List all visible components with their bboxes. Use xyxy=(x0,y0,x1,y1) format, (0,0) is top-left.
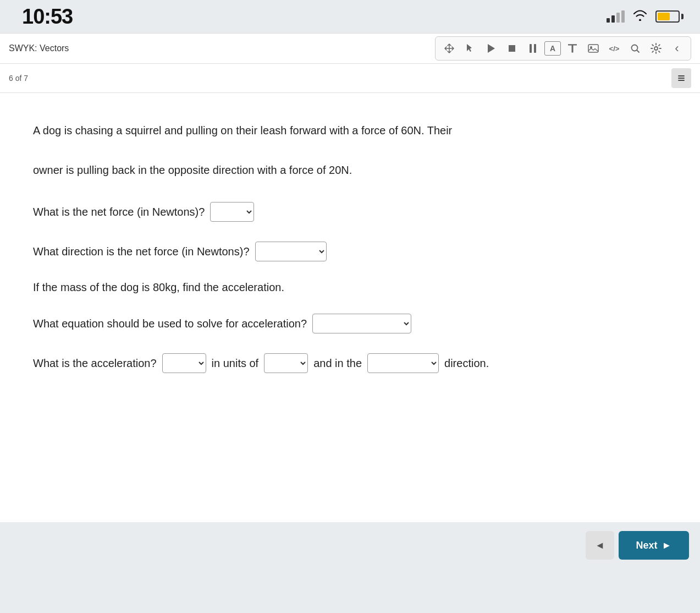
translate-button[interactable]: A xyxy=(544,41,561,56)
settings-button[interactable] xyxy=(647,39,665,58)
pointer-tool-button[interactable] xyxy=(461,39,479,58)
svg-rect-0 xyxy=(509,45,515,52)
svg-rect-2 xyxy=(534,44,536,53)
q5-label-before: What is the acceleration? xyxy=(33,357,157,370)
q5-direction-dropdown[interactable]: forward backward xyxy=(367,353,439,373)
book-button[interactable] xyxy=(563,39,582,58)
q5-units-dropdown[interactable]: m/s² N xyxy=(264,353,308,373)
top-bar: SWYK: Vectors A </> ‹ xyxy=(0,33,700,64)
stop-button[interactable] xyxy=(503,39,521,58)
svg-rect-3 xyxy=(588,45,598,52)
q5-label-after: direction. xyxy=(444,357,489,370)
q5-label-mid2: and in the xyxy=(313,357,362,370)
q1-label: What is the net force (in Newtons)? xyxy=(33,206,205,218)
q5-label-mid1: in units of xyxy=(212,357,259,370)
svg-point-6 xyxy=(654,47,658,50)
status-bar: 10:53 xyxy=(0,0,700,33)
image-button[interactable] xyxy=(584,39,603,58)
battery-icon xyxy=(655,10,684,23)
question-text-line1: A dog is chasing a squirrel and pulling … xyxy=(33,124,452,136)
q4-dropdown[interactable]: a = F/m F = ma xyxy=(312,314,411,333)
question-text-line2: owner is pulling back in the opposite di… xyxy=(33,164,352,176)
q5-acceleration-dropdown[interactable]: 0.5 1 xyxy=(162,353,206,373)
svg-rect-1 xyxy=(530,44,532,53)
q1-dropdown[interactable]: 40 80 xyxy=(210,202,254,222)
question-row-4: What equation should be used to solve fo… xyxy=(33,314,667,333)
code-button[interactable]: </> xyxy=(605,39,624,58)
question-row-5: What is the acceleration? 0.5 1 in units… xyxy=(33,353,667,373)
list-view-button[interactable] xyxy=(671,68,691,88)
next-label: Next xyxy=(636,540,658,551)
bottom-nav: ◄ Next ► xyxy=(0,522,700,568)
status-icons xyxy=(607,9,684,24)
question-row-2: What direction is the net force (in Newt… xyxy=(33,242,667,261)
toolbar: A </> ‹ xyxy=(435,36,691,61)
lesson-title: SWYK: Vectors xyxy=(9,43,86,53)
move-tool-button[interactable] xyxy=(440,39,459,58)
question-card: A dog is chasing a squirrel and pulling … xyxy=(0,93,700,522)
q4-label: What equation should be used to solve fo… xyxy=(33,318,307,330)
question-paragraph: A dog is chasing a squirrel and pulling … xyxy=(33,121,667,180)
q2-dropdown[interactable]: forward backward xyxy=(255,242,327,261)
status-time: 10:53 xyxy=(22,5,73,29)
signal-icon xyxy=(607,10,625,23)
question-row-3: If the mass of the dog is 80kg, find the… xyxy=(33,281,667,294)
prev-button[interactable]: ◄ xyxy=(586,531,614,560)
search-button[interactable] xyxy=(626,39,644,58)
next-button[interactable]: Next ► xyxy=(619,531,689,560)
progress-area: 6 of 7 xyxy=(0,64,700,93)
question-row-1: What is the net force (in Newtons)? 40 8… xyxy=(33,202,667,222)
progress-text: 6 of 7 xyxy=(9,74,28,83)
prev-arrow-icon: ◄ xyxy=(595,540,605,551)
play-button[interactable] xyxy=(482,39,500,58)
q3-label: If the mass of the dog is 80kg, find the… xyxy=(33,281,284,294)
next-arrow-icon: ► xyxy=(662,540,672,551)
q2-label: What direction is the net force (in Newt… xyxy=(33,245,250,258)
wifi-icon xyxy=(632,9,648,24)
back-button[interactable]: ‹ xyxy=(668,39,686,58)
pause-button[interactable] xyxy=(523,39,542,58)
